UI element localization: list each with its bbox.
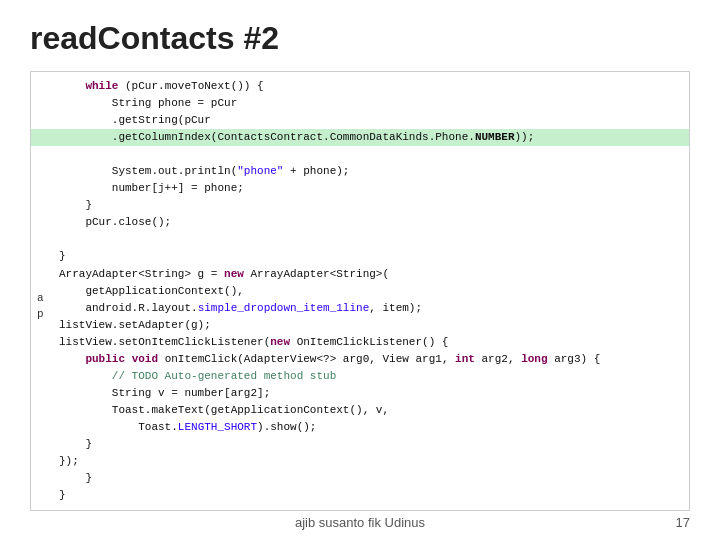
code-line-10: ArrayAdapter<String> g = new ArrayAdapte… bbox=[59, 268, 389, 280]
code-line-3: .getString(pCur bbox=[59, 114, 211, 126]
code-line-7: } bbox=[59, 199, 92, 211]
page-number: 17 bbox=[676, 515, 690, 530]
code-line-9: } bbox=[59, 250, 66, 262]
code-line-13: listView.setAdapter(g); bbox=[59, 319, 211, 331]
code-line-15: public void onItemClick(AdapterView<?> a… bbox=[59, 353, 600, 365]
code-pre: while (pCur.moveToNext()) { String phone… bbox=[59, 78, 681, 504]
code-line-1: while (pCur.moveToNext()) { bbox=[59, 80, 264, 92]
code-line-19: Toast.LENGTH_SHORT).show(); bbox=[59, 421, 316, 433]
code-line-18: Toast.makeText(getApplicationContext(), … bbox=[59, 404, 389, 416]
code-line-6: number[j++] = phone; bbox=[59, 182, 244, 194]
code-line-11: getApplicationContext(), bbox=[59, 285, 244, 297]
code-line-2: String phone = pCur bbox=[59, 97, 237, 109]
code-line-23: } bbox=[59, 489, 66, 501]
slide-container: readContacts #2 a p while (pCur.moveToNe… bbox=[0, 0, 720, 540]
footer: ajib susanto fik Udinus bbox=[0, 515, 720, 530]
footer-text: ajib susanto fik Udinus bbox=[295, 515, 425, 530]
code-line-4-highlight: .getColumnIndex(ContactsContract.CommonD… bbox=[31, 129, 689, 146]
code-line-21: }); bbox=[59, 455, 79, 467]
code-line-20: } bbox=[59, 438, 92, 450]
slide-title: readContacts #2 bbox=[30, 20, 690, 57]
code-line-17: String v = number[arg2]; bbox=[59, 387, 270, 399]
code-line-22: } bbox=[59, 472, 92, 484]
side-label-a: a bbox=[37, 290, 44, 307]
code-block: a p while (pCur.moveToNext()) { String p… bbox=[30, 71, 690, 511]
side-label-p: p bbox=[37, 306, 44, 323]
code-line-12: android.R.layout.simple_dropdown_item_1l… bbox=[59, 302, 422, 314]
code-line-8: pCur.close(); bbox=[59, 216, 171, 228]
code-line-5: System.out.println("phone" + phone); bbox=[59, 165, 349, 177]
code-line-16: // TODO Auto-generated method stub bbox=[59, 370, 336, 382]
code-line-14: listView.setOnItemClickListener(new OnIt… bbox=[59, 336, 448, 348]
